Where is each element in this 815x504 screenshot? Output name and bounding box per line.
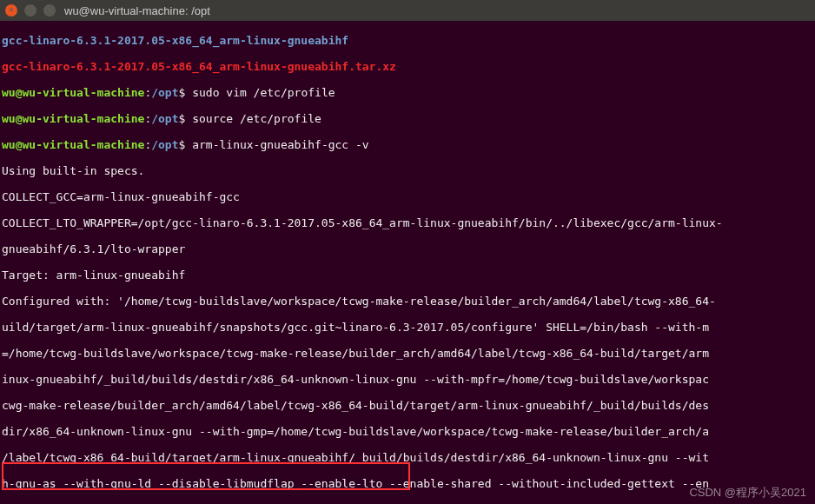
ls-dir: gcc-linaro-6.3.1-2017.05-x86_64_arm-linu… <box>2 34 348 47</box>
window-controls: × − ▢ <box>5 4 56 17</box>
prompt-line-2: wu@wu-virtual-machine:/opt$ source /etc/… <box>2 112 813 125</box>
command-1: sudo vim /etc/profile <box>192 86 335 99</box>
title-bar: × − ▢ wu@wu-virtual-machine: /opt <box>0 0 815 21</box>
prompt-line-1: wu@wu-virtual-machine:/opt$ sudo vim /et… <box>2 86 813 99</box>
output-line: Target: arm-linux-gnueabihf <box>2 269 813 282</box>
prompt-line-3: wu@wu-virtual-machine:/opt$ arm-linux-gn… <box>2 138 813 151</box>
ls-archive: gcc-linaro-6.3.1-2017.05-x86_64_arm-linu… <box>2 60 396 73</box>
output-line: =/home/tcwg-buildslave/workspace/tcwg-ma… <box>2 347 813 360</box>
output-line: Configured with: '/home/tcwg-buildslave/… <box>2 295 813 308</box>
window-title: wu@wu-virtual-machine: /opt <box>64 4 210 17</box>
output-line: dir/x86_64-unknown-linux-gnu --with-gmp=… <box>2 425 813 438</box>
output-line: uild/target/arm-linux-gnueabihf/snapshot… <box>2 321 813 334</box>
output-line: gnueabihf/6.3.1/lto-wrapper <box>2 242 813 255</box>
output-line: /label/tcwg-x86_64-build/target/arm-linu… <box>2 451 813 464</box>
terminal[interactable]: gcc-linaro-6.3.1-2017.05-x86_64_arm-linu… <box>0 21 815 504</box>
watermark: CSDN @程序小吴2021 <box>689 486 806 499</box>
close-icon[interactable]: × <box>5 4 17 17</box>
output-line: COLLECT_LTO_WRAPPER=/opt/gcc-linaro-6.3.… <box>2 216 813 229</box>
output-line: Using built-in specs. <box>2 164 813 177</box>
command-3: arm-linux-gnueabihf-gcc -v <box>192 138 369 151</box>
output-line: COLLECT_GCC=arm-linux-gnueabihf-gcc <box>2 190 813 203</box>
maximize-icon[interactable]: ▢ <box>43 4 56 17</box>
command-2: source /etc/profile <box>192 112 321 125</box>
minimize-icon[interactable]: − <box>24 4 36 17</box>
output-line: inux-gnueabihf/_build/builds/destdir/x86… <box>2 373 813 386</box>
output-line: cwg-make-release/builder_arch/amd64/labe… <box>2 399 813 412</box>
